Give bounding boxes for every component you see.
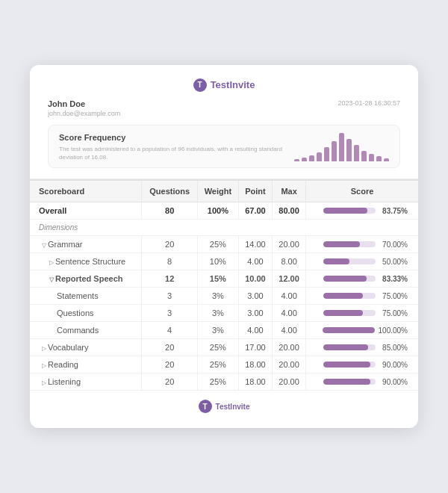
row-max: 4.00 [273,288,306,305]
card-footer: T TestInvite [30,391,418,413]
user-email: john.doe@example.com [48,110,400,117]
row-label: Questions [30,305,142,322]
row-score: 90.00% [306,373,418,391]
row-point: 4.00 [238,322,272,339]
score-frequency-desc: The test was administered to a populatio… [59,145,284,161]
row-questions: 20 [142,339,197,356]
row-weight: 25% [197,339,238,356]
progress-bar-bg [323,258,376,264]
col-scoreboard: Scoreboard [30,180,142,202]
bar [376,156,382,161]
row-weight: 25% [197,236,238,253]
pct-label: 90.00% [379,361,408,369]
row-point: 4.00 [238,253,272,270]
row-point: 10.00 [238,270,272,288]
table-row: Questions 3 3% 3.00 4.00 75.00% [30,305,418,322]
progress-bar-bg [323,362,376,368]
col-questions: Questions [142,180,197,202]
pct-label: 83.75% [379,207,408,215]
row-weight: 25% [197,356,238,373]
score-frequency-text: Score Frequency The test was administere… [59,133,284,161]
row-point: 67.00 [238,202,272,220]
progress-bar-fill [323,344,368,350]
row-questions: 4 [142,322,197,339]
row-weight: 15% [197,270,238,288]
table-row: Statements 3 3% 3.00 4.00 75.00% [30,288,418,305]
row-score: 70.00% [306,236,418,253]
row-point: 17.00 [238,339,272,356]
table-row: Commands 4 3% 4.00 4.00 100.00% [30,322,418,339]
progress-bar-bg [323,276,376,282]
bar [294,159,299,161]
row-score: 75.00% [306,288,418,305]
bar [317,152,322,161]
row-max: 4.00 [273,322,306,339]
row-label: Commands [30,322,142,339]
footer-logo: T TestInvite [199,400,250,413]
row-weight: 3% [197,322,238,339]
score-cell: 75.00% [311,309,414,317]
progress-bar-bg [323,293,376,299]
pct-label: 90.00% [379,378,408,386]
chevron-down-icon[interactable]: ▽ [42,242,46,249]
score-cell: 100.00% [311,326,414,335]
row-point: 18.00 [238,356,272,373]
progress-bar-bg [323,379,376,385]
progress-bar-fill [323,379,370,385]
row-score: 83.33% [306,270,418,288]
chevron-down-icon[interactable]: ▽ [49,276,54,283]
card-header: T TestInvite John Doe 2023-01-28 16:30:5… [30,65,418,179]
progress-bar-fill [323,293,363,299]
bar [361,151,367,161]
table-row: Dimensions [30,220,418,236]
chevron-right-icon[interactable]: ▷ [42,379,46,386]
row-label: ▽Reported Speech [30,270,142,288]
row-weight: 3% [197,288,238,305]
footer-logo-icon: T [199,400,212,413]
row-score: 50.00% [306,253,418,270]
row-score: 100.00% [306,322,418,339]
table-row: ▽Grammar 20 25% 14.00 20.00 70.00% [30,236,418,253]
bar [346,139,352,161]
dimensions-label: Dimensions [30,220,418,236]
progress-bar-bg [323,241,376,247]
row-label: Statements [30,288,142,305]
row-max: 20.00 [273,356,306,373]
table-row: Overall 80 100% 67.00 80.00 83.75% [30,202,418,220]
col-point: Point [238,180,272,202]
score-cell: 83.75% [311,207,414,215]
progress-bar-bg [323,310,376,316]
row-max: 20.00 [273,236,306,253]
pct-label: 100.00% [379,326,408,335]
score-cell: 90.00% [311,378,414,386]
pct-label: 85.00% [379,344,408,352]
row-questions: 20 [142,356,197,373]
chevron-right-icon[interactable]: ▷ [49,259,54,266]
table-row: ▽Reported Speech 12 15% 10.00 12.00 83.3… [30,270,418,288]
row-questions: 20 [142,373,197,391]
col-max: Max [273,180,306,202]
progress-bar-fill [323,276,367,282]
chevron-right-icon[interactable]: ▷ [42,362,46,369]
table-header-row: Scoreboard Questions Weight Point Max Sc… [30,180,418,202]
score-cell: 75.00% [311,292,414,300]
table-row: ▷Reading 20 25% 18.00 20.00 90.00% [30,356,418,373]
row-score: 83.75% [306,202,418,220]
pct-label: 83.33% [379,275,408,283]
progress-bar-fill [323,327,375,333]
row-label: ▷Vocabulary [30,339,142,356]
progress-bar-bg [323,327,375,333]
row-max: 12.00 [273,270,306,288]
row-max: 20.00 [273,339,306,356]
logo-icon: T [193,78,207,92]
row-point: 18.00 [238,373,272,391]
chevron-right-icon[interactable]: ▷ [42,345,46,352]
score-cell: 83.33% [311,275,414,283]
row-score: 90.00% [306,356,418,373]
table-row: ▷Vocabulary 20 25% 17.00 20.00 85.00% [30,339,418,356]
row-label: ▷Listening [30,373,142,391]
row-score: 85.00% [306,339,418,356]
row-weight: 10% [197,253,238,270]
row-score: 75.00% [306,305,418,322]
row-weight: 100% [197,202,238,220]
